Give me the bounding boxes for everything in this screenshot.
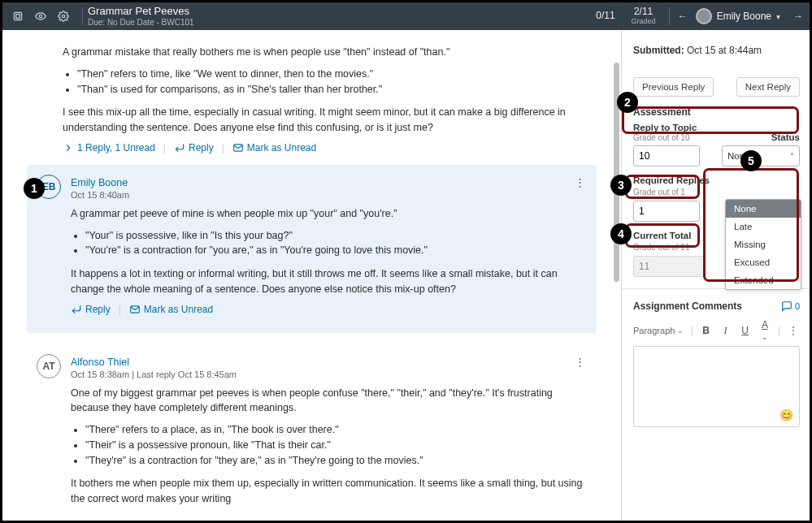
more-options-icon[interactable]: ⋮ xyxy=(575,356,585,368)
grade-out-of-11: Grade out of 11 xyxy=(633,243,690,252)
reply-button[interactable]: Reply xyxy=(174,142,214,153)
student-dropdown-icon[interactable]: ▾ xyxy=(776,12,780,21)
divider xyxy=(82,7,83,25)
divider xyxy=(669,7,670,25)
bold-button[interactable]: B xyxy=(700,325,713,336)
reply-text: It happens a lot in texting or informal … xyxy=(71,266,584,297)
grade-out-of-10: Grade out of 10 xyxy=(633,133,697,142)
emoji-picker-icon[interactable]: 😊 xyxy=(779,408,793,421)
gear-icon[interactable] xyxy=(54,7,72,25)
post-bullet: "Than" is used for comparisons, as in "S… xyxy=(77,82,597,97)
prev-student-arrow[interactable]: ← xyxy=(678,11,688,22)
speedgrader-icon[interactable] xyxy=(9,7,27,25)
reply-bullet: "Their" is a possessive pronoun, like "T… xyxy=(85,438,584,453)
mark-unread-button[interactable]: Mark as Unread xyxy=(232,142,316,153)
post-intro: A grammar mistake that really bothers me… xyxy=(63,45,597,60)
current-total-label: Current Total xyxy=(633,231,691,240)
comments-count[interactable]: 0 xyxy=(781,300,800,312)
submitted-info: Submitted: Oct 15 at 8:44am xyxy=(633,45,800,56)
post-timestamp: Oct 15 8:38am | Last reply Oct 15 8:45am xyxy=(71,370,584,379)
reply-button[interactable]: Reply xyxy=(71,304,111,315)
more-options-icon[interactable]: ⋮ xyxy=(575,176,585,188)
italic-button[interactable]: I xyxy=(719,325,732,337)
student-name[interactable]: Emily Boone xyxy=(717,11,771,22)
assignment-title[interactable]: Grammar Pet Peeves xyxy=(88,5,194,18)
status-dropdown: None Late Missing Excused Extended xyxy=(725,199,801,290)
reply-bullet: "Your" is possessive, like in "Is this y… xyxy=(85,228,584,244)
mark-unread-button[interactable]: Mark as Unread xyxy=(129,304,213,315)
reply-bullet: "There" refers to a place, as in, "The b… xyxy=(85,422,584,438)
editor-more-icon[interactable]: ⋮ xyxy=(787,325,800,336)
grade-out-of-1: Grade out of 1 xyxy=(633,188,685,197)
count-ungraded: 0/11 xyxy=(596,11,614,21)
post-bullet: "Then" refers to time, like "We went to … xyxy=(77,67,597,82)
annotation-2: 2 xyxy=(617,92,638,113)
status-option-excused[interactable]: Excused xyxy=(726,253,801,271)
reply-bullet: "You're" is a contraction for "you are,"… xyxy=(85,243,584,258)
next-reply-button[interactable]: Next Reply xyxy=(736,77,800,97)
avatar-initials: AT xyxy=(37,354,61,378)
required-replies-label: Required Replies xyxy=(633,175,710,185)
student-avatar[interactable] xyxy=(696,8,712,24)
post-outro: I see this mix-up all the time, especial… xyxy=(63,105,597,136)
discussion-reply: AT ⋮ Alfonso Thiel Oct 15 8:38am | Last … xyxy=(27,344,597,521)
count-graded: 2/11 Graded xyxy=(632,6,656,25)
replies-expand[interactable]: 1 Reply, 1 Unread xyxy=(63,142,155,153)
next-student-arrow[interactable]: → xyxy=(793,11,803,22)
text-color-button[interactable]: A ⌄ xyxy=(758,319,771,342)
paragraph-dropdown[interactable]: Paragraph ⌄ xyxy=(633,326,684,335)
author-link[interactable]: Alfonso Thiel xyxy=(71,357,129,368)
assignment-comments-heading: Assignment Comments xyxy=(633,300,742,312)
reply-text: It bothers me when people mix them up, e… xyxy=(71,476,584,507)
annotation-3: 3 xyxy=(610,175,632,196)
status-option-none[interactable]: None xyxy=(726,200,801,218)
status-label: Status xyxy=(771,132,800,142)
comment-editor[interactable]: 😊 xyxy=(633,346,800,427)
annotation-5: 5 xyxy=(740,150,762,171)
annotation-1: 1 xyxy=(24,178,45,199)
title-area: Grammar Pet Peeves Due: No Due Date - BW… xyxy=(88,5,194,28)
discussion-pane: A grammar mistake that really bothers me… xyxy=(2,30,621,521)
svg-rect-1 xyxy=(16,15,20,19)
grading-panel: Submitted: Oct 15 at 8:44am Previous Rep… xyxy=(621,30,810,521)
svg-rect-0 xyxy=(14,12,21,19)
assignment-subtitle: Due: No Due Date - BWC101 xyxy=(88,18,194,28)
reply-bullet: "They're" is a contraction for "they are… xyxy=(85,453,584,469)
svg-point-3 xyxy=(62,15,65,18)
required-replies-grade-input[interactable] xyxy=(633,201,700,222)
reply-text: One of my biggest grammar pet peeves is … xyxy=(71,386,584,417)
discussion-reply-highlighted: EB ⋮ Emily Boone Oct 15 8:40am A grammar… xyxy=(27,165,597,333)
top-bar: Grammar Pet Peeves Due: No Due Date - BW… xyxy=(2,2,810,30)
reply-text: A grammar pet peeve of mine is when peop… xyxy=(71,206,584,222)
reply-to-topic-grade-input[interactable] xyxy=(633,145,700,166)
status-option-extended[interactable]: Extended xyxy=(726,271,801,289)
previous-reply-button[interactable]: Previous Reply xyxy=(633,77,714,97)
post-timestamp: Oct 15 8:40am xyxy=(71,190,584,200)
svg-point-2 xyxy=(39,15,42,18)
assessment-heading: Assessment xyxy=(633,106,800,118)
eye-icon[interactable] xyxy=(32,7,50,25)
status-option-missing[interactable]: Missing xyxy=(726,236,801,253)
status-option-late[interactable]: Late xyxy=(726,218,801,236)
reply-to-topic-label: Reply to Topic xyxy=(633,123,697,132)
current-total-display xyxy=(633,256,705,277)
reply-nav: Previous Reply Next Reply xyxy=(633,77,800,97)
author-link[interactable]: Emily Boone xyxy=(71,177,128,188)
annotation-4: 4 xyxy=(610,223,632,244)
underline-button[interactable]: U xyxy=(739,325,752,336)
editor-toolbar: Paragraph ⌄ | B I U A ⌄ | ⋮ xyxy=(633,320,800,341)
